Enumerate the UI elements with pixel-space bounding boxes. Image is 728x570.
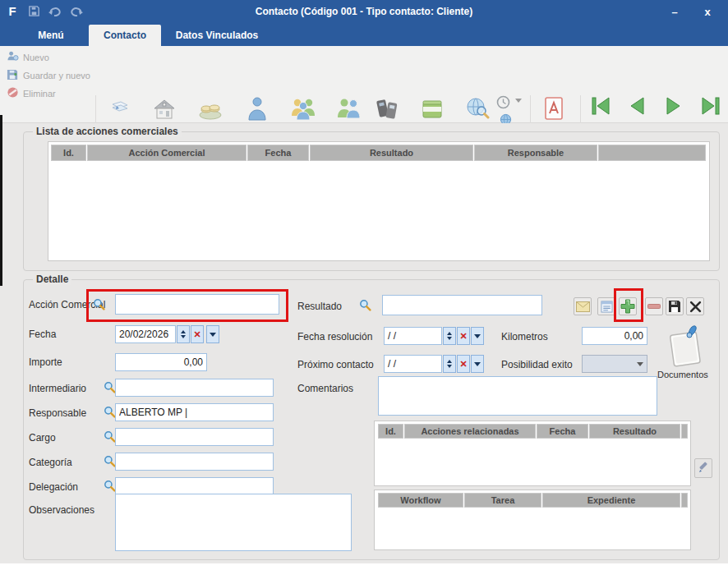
intermediario-label: Intermediario (29, 383, 86, 394)
app-logo-icon: F (5, 3, 20, 18)
globe-search-icon (464, 94, 491, 121)
fecha-label: Fecha (29, 329, 56, 340)
wf-col-expediente[interactable]: Expediente (542, 493, 680, 508)
rel-col-fecha[interactable]: Fecha (537, 424, 588, 439)
previous-record-icon (626, 95, 647, 120)
guardar-y-nuevo-button[interactable]: Guardar y nuevo (7, 68, 90, 83)
ribbon: Nuevo Guardar y nuevo Eliminar Ficha Gen… (0, 46, 728, 123)
left-edge-artifact (0, 115, 2, 286)
edit-pencil-button[interactable] (694, 458, 712, 478)
proximo-contacto-clear-icon[interactable]: ✕ (457, 355, 470, 373)
importe-input[interactable] (115, 353, 207, 371)
col-responsable[interactable]: Responsable (474, 145, 597, 161)
cargo-search-icon[interactable] (104, 430, 116, 443)
new-person-icon (7, 50, 19, 66)
fecha-input[interactable]: 20/02/2026 (115, 325, 176, 343)
fecha-resolucion-clear-icon[interactable]: ✕ (457, 327, 470, 345)
cancel-detail-button[interactable] (686, 297, 704, 315)
window-title: Contacto (Código 001 - Tipo contacto: Cl… (0, 0, 728, 23)
categoria-input[interactable] (115, 453, 274, 471)
fecha-resolucion-dropdown-icon[interactable] (471, 327, 484, 345)
delete-icon (7, 86, 19, 102)
kilometros-input[interactable] (582, 327, 647, 345)
cargo-label: Cargo (29, 432, 56, 444)
wf-col-workflow[interactable]: Workflow (378, 493, 463, 508)
nuevo-label: Nuevo (23, 53, 49, 62)
delegacion-input[interactable] (115, 477, 274, 495)
add-button-highlight (614, 288, 643, 322)
comentarios-textarea[interactable] (378, 376, 657, 416)
importe-label: Importe (29, 356, 62, 368)
posibilidad-exito-label: Posibilidad exito (501, 359, 573, 370)
guardar-y-nuevo-label: Guardar y nuevo (23, 71, 90, 80)
intermediario-input[interactable] (115, 379, 274, 397)
eliminar-button[interactable]: Eliminar (7, 86, 56, 101)
proximo-contacto-input[interactable]: / / (384, 355, 442, 373)
window-bottom-edge (0, 563, 728, 570)
col-resultado[interactable]: Resultado (310, 145, 473, 161)
rel-col-id[interactable]: Id. (378, 424, 403, 439)
fecha-resolucion-spinner[interactable] (443, 327, 456, 345)
generales-icon (108, 94, 132, 121)
email-button[interactable] (574, 297, 592, 315)
money-icon (197, 94, 223, 121)
save-new-icon (7, 68, 19, 84)
rel-col-blank[interactable] (681, 424, 688, 439)
documentos-icon[interactable] (664, 322, 707, 373)
kilometros-label: Kilometros (501, 331, 548, 342)
detalle-title: Detalle (33, 274, 71, 285)
observaciones-label: Observaciones (29, 504, 94, 516)
rel-col-acciones[interactable]: Acciones relacionadas (404, 424, 536, 439)
proximo-contacto-dropdown-icon[interactable] (471, 355, 484, 373)
proximo-contacto-spinner[interactable] (443, 355, 456, 373)
fecha-spinner[interactable] (177, 325, 190, 343)
house-icon (152, 94, 177, 121)
redo-icon[interactable] (69, 3, 84, 18)
remove-related-action-button[interactable] (645, 297, 663, 315)
fecha-dropdown-icon[interactable] (206, 325, 219, 343)
observaciones-textarea[interactable] (115, 494, 352, 551)
title-bar: F Contacto (Código 001 - Tipo contacto: … (0, 0, 728, 23)
close-button[interactable]: x (693, 0, 721, 23)
responsable-search-icon[interactable] (104, 406, 116, 418)
accion-comercial-highlight (86, 289, 288, 322)
last-record-icon (700, 95, 721, 120)
save-detail-button[interactable] (666, 297, 684, 315)
save-icon[interactable] (26, 3, 41, 18)
package-icon (420, 94, 445, 121)
intermediario-search-icon[interactable] (104, 381, 116, 393)
fecha-clear-icon[interactable]: ✕ (191, 325, 204, 343)
rel-col-resultado[interactable]: Resultado (589, 424, 680, 439)
tab-contacto[interactable]: Contacto (89, 25, 161, 46)
col-fecha[interactable]: Fecha (247, 145, 309, 161)
tab-menu[interactable]: Menú (16, 25, 85, 46)
people-group-icon (289, 94, 317, 121)
responsable-input[interactable] (115, 403, 274, 421)
wf-col-tarea[interactable]: Tarea (464, 493, 541, 508)
delegacion-search-icon[interactable] (104, 480, 116, 492)
posibilidad-exito-select[interactable] (582, 355, 647, 373)
fecha-resolucion-input[interactable]: / / (384, 327, 442, 345)
fecha-resolucion-label: Fecha resolución (297, 331, 372, 342)
resultado-search-icon[interactable] (359, 299, 371, 311)
clock-dropdown-icon[interactable] (515, 99, 522, 103)
col-accion-comercial[interactable]: Acción Comercial (87, 145, 247, 161)
documentos-label: Documentos (657, 370, 708, 379)
first-record-icon (590, 95, 611, 120)
categoria-search-icon[interactable] (104, 455, 116, 467)
cargo-input[interactable] (115, 428, 274, 446)
tab-datos-vinculados[interactable]: Datos Vinculados (164, 25, 270, 46)
print-form-button[interactable] (597, 297, 615, 315)
eliminar-label: Eliminar (23, 89, 56, 99)
quick-access-toolbar: F (5, 3, 84, 18)
nuevo-button[interactable]: Nuevo (7, 50, 49, 65)
clock-icon[interactable] (496, 95, 510, 113)
undo-icon[interactable] (48, 3, 62, 18)
ribbon-tab-row: Menú Contacto Datos Vinculados (0, 23, 728, 46)
minimize-button[interactable]: – (661, 0, 689, 23)
col-id[interactable]: Id. (51, 145, 86, 161)
pdf-document-icon (542, 94, 565, 121)
wf-col-blank[interactable] (681, 493, 688, 508)
col-blank[interactable] (598, 145, 706, 161)
resultado-input[interactable] (382, 295, 542, 315)
